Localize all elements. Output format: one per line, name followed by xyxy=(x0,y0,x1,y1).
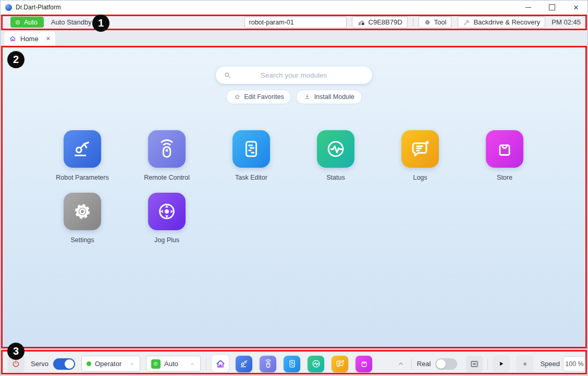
mode-badge[interactable]: Auto xyxy=(10,17,44,28)
dock-remote-control[interactable] xyxy=(260,356,276,372)
robot-param-input[interactable] xyxy=(244,17,347,28)
window-title: Dr.Dart-Platform xyxy=(16,4,61,11)
dock-collapse-chevron-icon[interactable] xyxy=(397,360,405,368)
module-robot-parameters[interactable]: Robot Parameters xyxy=(40,130,125,181)
play-button[interactable] xyxy=(493,355,510,372)
status-tile[interactable] xyxy=(317,130,354,168)
statusbar-separator xyxy=(206,358,206,370)
jog-plus-tile[interactable] xyxy=(148,193,186,230)
operator-status-dot xyxy=(87,361,91,366)
tool-button[interactable]: Tool xyxy=(419,16,452,28)
servo-toggle-knob xyxy=(65,359,74,369)
toolbar-separator xyxy=(413,18,413,27)
speed-value-box[interactable]: 100 % xyxy=(563,356,586,371)
operator-dropdown-label: Operator xyxy=(95,360,121,368)
home-icon xyxy=(215,358,226,370)
tool-button-label: Tool xyxy=(434,18,447,26)
install-module-label: Install Module xyxy=(314,93,354,101)
status-pulse-icon xyxy=(311,358,322,369)
tab-bar: Home ✕ xyxy=(0,30,588,46)
stop-icon xyxy=(521,360,529,368)
dock-status[interactable] xyxy=(308,356,324,372)
store-bag-icon xyxy=(493,137,517,161)
settings-tile[interactable] xyxy=(64,193,101,230)
search-input[interactable] xyxy=(232,71,365,80)
store-tile[interactable] xyxy=(486,130,523,168)
window-controls: ✕ xyxy=(516,0,588,15)
close-button[interactable]: ✕ xyxy=(564,0,588,15)
robot-arm-icon xyxy=(239,358,250,369)
statusbar-separator xyxy=(487,358,488,370)
module-label: Logs xyxy=(413,174,427,181)
module-label: Robot Parameters xyxy=(56,174,108,181)
tab-close-icon[interactable]: ✕ xyxy=(46,36,51,42)
gear-icon xyxy=(424,19,431,26)
power-icon xyxy=(10,358,21,369)
robot-arm-icon xyxy=(70,137,94,161)
auto-mode-icon xyxy=(14,19,21,26)
servo-toggle[interactable] xyxy=(53,358,75,370)
edit-favorites-label: Edit Favorites xyxy=(244,93,284,101)
home-dock-button[interactable] xyxy=(212,355,229,372)
3d-view-icon xyxy=(469,358,480,370)
module-search-bar[interactable] xyxy=(216,67,372,84)
wrench-icon xyxy=(463,19,470,26)
module-task-editor[interactable]: Task Editor xyxy=(209,130,293,181)
dock-task-editor[interactable] xyxy=(284,356,300,372)
module-label: Settings xyxy=(70,236,94,244)
real-toggle[interactable] xyxy=(435,358,457,370)
stop-button[interactable] xyxy=(516,355,533,372)
edit-favorites-button[interactable]: Edit Favorites xyxy=(226,90,291,104)
home-icon xyxy=(9,35,17,43)
chevron-up-icon xyxy=(129,361,135,367)
module-store[interactable]: Store xyxy=(462,130,547,181)
power-button[interactable] xyxy=(7,355,24,372)
robot-parameters-tile[interactable] xyxy=(64,130,101,168)
app-logo-icon xyxy=(5,4,12,11)
module-logs[interactable]: Logs xyxy=(378,130,462,181)
statusbar-separator xyxy=(411,358,412,370)
module-remote-control[interactable]: Remote Control xyxy=(125,130,209,181)
module-grid: Robot Parameters Remote Control Task Edi… xyxy=(40,130,547,244)
remote-control-icon xyxy=(155,137,179,161)
chevron-up-icon xyxy=(189,361,195,367)
module-settings[interactable]: Settings xyxy=(40,193,125,244)
status-pulse-icon xyxy=(324,137,348,161)
search-icon xyxy=(223,71,232,80)
robot-state-label: Auto Standby xyxy=(51,18,92,26)
bottom-status-bar: Servo Operator Auto Real Speed xyxy=(0,351,588,376)
operator-dropdown[interactable]: Operator xyxy=(81,356,140,372)
star-icon xyxy=(234,93,241,101)
module-dock xyxy=(236,356,372,372)
dock-logs[interactable] xyxy=(332,356,348,372)
backdrive-recovery-label: Backdrive & Recovery xyxy=(473,18,540,26)
view-3d-button[interactable] xyxy=(466,356,483,372)
task-editor-tile[interactable] xyxy=(232,130,270,168)
mode-dropdown[interactable]: Auto xyxy=(146,356,201,372)
module-label: Jog Plus xyxy=(154,236,179,244)
module-status[interactable]: Status xyxy=(293,130,378,181)
module-jog-plus[interactable]: Jog Plus xyxy=(125,193,209,244)
settings-gear-icon xyxy=(70,199,94,223)
robot-serial-label: C9E8B79D xyxy=(369,18,402,26)
home-actions-row: Edit Favorites Install Module xyxy=(226,90,362,104)
maximize-button[interactable] xyxy=(540,0,564,15)
remote-control-tile[interactable] xyxy=(148,130,186,168)
logs-chat-icon xyxy=(408,137,432,161)
auto-mode-icon xyxy=(152,360,159,367)
dock-robot-parameters[interactable] xyxy=(236,356,252,372)
dock-store[interactable] xyxy=(356,356,372,372)
speed-value: 100 % xyxy=(565,360,583,368)
speed-label: Speed xyxy=(540,360,560,368)
install-module-button[interactable]: Install Module xyxy=(297,90,362,104)
tab-home[interactable]: Home ✕ xyxy=(4,31,55,46)
backdrive-recovery-button[interactable]: Backdrive & Recovery xyxy=(458,16,545,28)
play-icon xyxy=(497,359,506,368)
store-bag-icon xyxy=(359,358,370,369)
jog-pad-icon xyxy=(155,199,179,223)
clock-label: PM 02:45 xyxy=(552,18,581,26)
download-icon xyxy=(304,93,311,101)
logs-tile[interactable] xyxy=(401,130,439,168)
robot-serial-badge[interactable]: C9E8B79D xyxy=(352,16,408,28)
minimize-button[interactable] xyxy=(516,0,540,15)
